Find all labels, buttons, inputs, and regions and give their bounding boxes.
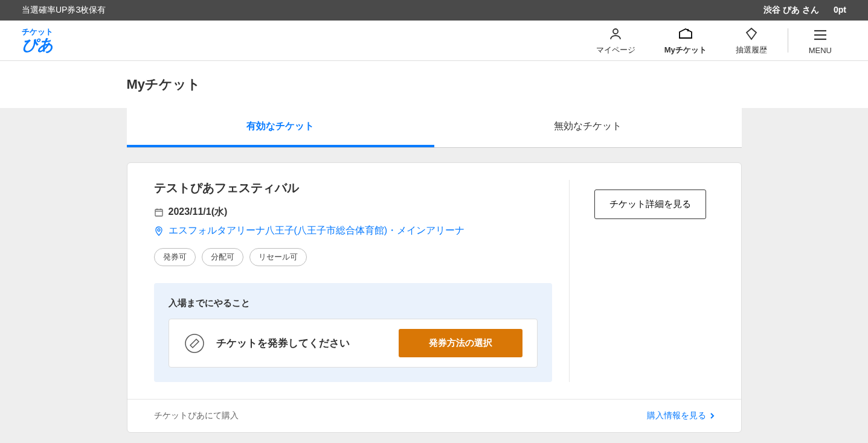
header: チケット ぴあ マイページ Myチケット 抽選履歴 MENU <box>0 21 868 61</box>
lottery-icon <box>743 25 760 42</box>
nav-divider <box>788 28 788 53</box>
purchase-info-link[interactable]: 購入情報を見る <box>647 410 715 421</box>
logo[interactable]: チケット ぴあ <box>22 28 53 54</box>
logo-bottom: ぴあ <box>22 36 53 54</box>
todo-message: チケットを発券してください <box>216 336 388 350</box>
todo-item: チケットを発券してください 発券方法の選択 <box>169 319 538 368</box>
tabs: 有効なチケット 無効なチケット <box>127 108 742 148</box>
tab-valid[interactable]: 有効なチケット <box>127 108 434 147</box>
hamburger-icon <box>812 27 829 43</box>
purchased-at: チケットぴあにて購入 <box>154 410 239 421</box>
link-label: 購入情報を見る <box>647 410 706 421</box>
svg-point-9 <box>185 334 204 352</box>
logo-top: チケット <box>22 28 53 36</box>
user-icon <box>607 25 624 42</box>
nav-label: マイページ <box>596 45 635 56</box>
badge: リセール可 <box>249 248 307 266</box>
coupon-status: 当選確率UP券3枚保有 <box>22 5 106 16</box>
chevron-right-icon <box>710 412 715 419</box>
top-bar: 当選確率UP券3枚保有 渋谷 ぴあ さん 0pt <box>0 0 868 21</box>
badges: 発券可 分配可 リセール可 <box>154 248 552 266</box>
badge: 発券可 <box>154 248 196 266</box>
ticket-outline-icon <box>184 333 205 354</box>
nav-label: 抽選履歴 <box>736 45 767 56</box>
username: 渋谷 ぴあ さん <box>764 5 819 16</box>
event-title: テストぴあフェスティバル <box>154 180 552 196</box>
svg-point-0 <box>613 29 618 34</box>
badge: 分配可 <box>202 248 243 266</box>
nav-label: MENU <box>809 46 832 55</box>
nav-mypage[interactable]: マイページ <box>582 25 650 56</box>
todo-box: 入場までにやること チケットを発券してください 発券方法の選択 <box>154 283 552 382</box>
venue-link[interactable]: エスフォルタアリーナ八王子(八王子市総合体育館)・メインアリーナ <box>169 225 465 237</box>
ticket-card: テストぴあフェスティバル 2023/11/1(水) エスフォルタアリーナ八王子(… <box>127 162 742 433</box>
nav-lottery[interactable]: 抽選履歴 <box>721 25 782 56</box>
calendar-icon <box>154 208 164 217</box>
nav: マイページ Myチケット 抽選履歴 MENU <box>582 25 846 56</box>
svg-point-8 <box>158 229 160 231</box>
page-title: Myチケット <box>127 75 742 94</box>
ticket-icon <box>677 25 694 42</box>
nav-menu[interactable]: MENU <box>794 27 846 55</box>
todo-heading: 入場までにやること <box>169 298 538 309</box>
event-date: 2023/11/1(水) <box>169 206 228 218</box>
nav-myticket[interactable]: Myチケット <box>650 25 721 56</box>
issue-method-button[interactable]: 発券方法の選択 <box>399 329 522 357</box>
svg-rect-4 <box>155 209 162 216</box>
points: 0pt <box>834 5 846 16</box>
pin-icon <box>154 226 164 236</box>
nav-label: Myチケット <box>664 45 707 56</box>
tab-invalid[interactable]: 無効なチケット <box>434 108 742 147</box>
ticket-detail-button[interactable]: チケット詳細を見る <box>594 190 706 219</box>
